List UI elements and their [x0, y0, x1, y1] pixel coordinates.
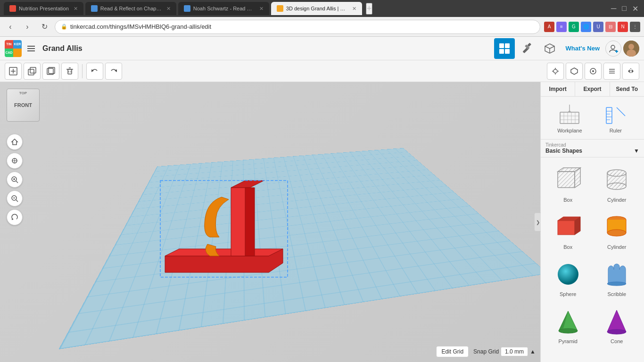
ortho-icon: [589, 67, 597, 75]
grid-view-button[interactable]: [494, 38, 515, 59]
workplane-icon: [558, 102, 581, 126]
export-button[interactable]: Export: [575, 82, 610, 96]
tab-2-title: Read & Reflect on Chapters 15-1: [100, 6, 162, 11]
new-icon: [9, 67, 17, 75]
svg-rect-75: [606, 107, 612, 123]
perspective-icon: [570, 67, 578, 75]
snap-grid-value[interactable]: 1.0 mm: [501, 347, 528, 356]
sphere-icon: [553, 259, 583, 289]
rotate-view-button[interactable]: [7, 209, 23, 225]
new-button[interactable]: [5, 63, 22, 80]
mirror-button[interactable]: [622, 63, 639, 80]
svg-marker-64: [245, 188, 255, 256]
fit-view-button[interactable]: [7, 153, 23, 169]
ext-5[interactable]: N: [618, 22, 628, 32]
svg-point-41: [592, 70, 594, 72]
delete-button[interactable]: [61, 63, 78, 80]
menu-icon-button[interactable]: [25, 42, 38, 55]
ext-3[interactable]: U: [593, 22, 603, 32]
reload-button[interactable]: ↻: [38, 20, 51, 33]
svg-marker-39: [571, 68, 578, 74]
pyramid-label: Pyramid: [559, 338, 578, 344]
send-to-button[interactable]: Send To: [610, 82, 644, 96]
svg-rect-23: [28, 69, 34, 75]
tab-3-close[interactable]: ✕: [259, 6, 264, 12]
align-button[interactable]: [603, 63, 620, 80]
build-button[interactable]: [517, 38, 537, 59]
add-user-button[interactable]: [605, 41, 621, 57]
shape-cone[interactable]: Cone: [594, 303, 641, 348]
forward-button[interactable]: ›: [21, 20, 34, 33]
canvas-area[interactable]: TOP FRONT: [0, 82, 540, 362]
tab-1[interactable]: Nutrition Presentation ✕: [4, 2, 83, 15]
perspective-button[interactable]: [566, 63, 583, 80]
browser-extensions: A ≡ G 🌐 U ⊟ N ⋮: [544, 22, 640, 32]
shape-dropdown[interactable]: Basic Shapes ▼: [545, 148, 639, 154]
svg-marker-59: [12, 218, 14, 220]
tab-2[interactable]: Read & Reflect on Chapters 15-1 ✕: [85, 2, 176, 15]
new-tab-button[interactable]: +: [366, 3, 373, 15]
ext-abp[interactable]: A: [544, 22, 554, 32]
tab-2-favicon: [91, 5, 98, 12]
box-solid-label: Box: [563, 244, 572, 250]
whats-new-button[interactable]: What's New: [562, 43, 603, 54]
workplane-label: Workplane: [557, 128, 582, 133]
tab-4[interactable]: 3D design Grand Allis | Tinkerca... ✕: [271, 2, 362, 15]
snap-grid-label: Snap Grid: [473, 348, 499, 355]
maximize-button[interactable]: □: [622, 4, 627, 13]
tab-3-favicon: [184, 5, 190, 12]
ext-4[interactable]: ⊟: [605, 22, 616, 32]
cylinder-solid-icon: [602, 212, 632, 242]
hammer-icon: [521, 42, 533, 55]
grid-view-icon: [498, 42, 511, 55]
zoom-out-button[interactable]: [7, 190, 23, 206]
svg-line-11: [545, 46, 550, 49]
ext-1[interactable]: ≡: [556, 22, 567, 32]
view-cube[interactable]: TOP FRONT: [7, 89, 44, 126]
ext-g[interactable]: G: [569, 22, 579, 32]
cube-face-front[interactable]: TOP FRONT: [7, 89, 40, 122]
snap-dropdown-icon[interactable]: ▲: [530, 348, 536, 355]
shape-scribble[interactable]: Scribble: [594, 255, 641, 301]
edit-grid-button[interactable]: Edit Grid: [436, 346, 469, 357]
shape-cylinder-solid[interactable]: Cylinder: [594, 208, 641, 254]
undo-button[interactable]: [86, 63, 103, 80]
workplane-tool[interactable]: Workplane: [557, 102, 582, 133]
minimize-button[interactable]: ─: [611, 4, 616, 13]
close-button[interactable]: ✕: [632, 4, 638, 13]
user-avatar[interactable]: [623, 41, 639, 57]
ext-2[interactable]: 🌐: [581, 22, 591, 32]
shape-sphere[interactable]: Sphere: [545, 255, 592, 301]
back-button[interactable]: ‹: [4, 20, 17, 33]
home-view-button[interactable]: [7, 134, 23, 150]
shape-box-solid[interactable]: Box: [545, 208, 592, 254]
import-button[interactable]: Import: [541, 82, 575, 96]
ext-menu[interactable]: ⋮: [630, 22, 640, 32]
light-button[interactable]: [547, 63, 564, 80]
svg-rect-82: [558, 172, 575, 188]
tab-4-close[interactable]: ✕: [352, 6, 356, 12]
tab-3[interactable]: Noah Schwartz - Read & Reflect... ✕: [178, 2, 269, 15]
redo-button[interactable]: [105, 63, 122, 80]
copy-stamp-button[interactable]: [24, 63, 41, 80]
tab-2-close[interactable]: ✕: [166, 6, 171, 12]
zoom-in-button[interactable]: [7, 172, 23, 188]
cube-front-label: FRONT: [14, 102, 32, 108]
panel-collapse-button[interactable]: ❯: [534, 213, 541, 231]
url-bar[interactable]: 🔒 tinkercad.com/things/lMSvHMHBlQ6-grand…: [55, 20, 540, 34]
shape-pyramid[interactable]: Pyramid: [545, 303, 592, 348]
shape-box-hole[interactable]: Box: [545, 161, 592, 206]
ortho-button[interactable]: [585, 63, 602, 80]
ruler-tool[interactable]: Ruler: [604, 102, 627, 133]
duplicate-button[interactable]: [42, 63, 59, 80]
svg-rect-66: [560, 112, 579, 123]
hamburger-icon: [26, 44, 36, 53]
url-text: tinkercad.com/things/lMSvHMHBlQ6-grand-a…: [70, 23, 211, 30]
cube-top-label: TOP: [19, 91, 27, 95]
tinkercad-logo[interactable]: TIN KER CAD: [5, 40, 22, 57]
bottom-status: Edit Grid Snap Grid 1.0 mm ▲: [436, 346, 536, 357]
tab-1-close[interactable]: ✕: [74, 6, 78, 12]
shape-cylinder-hole[interactable]: Cylinder: [594, 161, 641, 206]
shapes-button[interactable]: [539, 38, 560, 59]
canvas-background: TOP FRONT: [0, 82, 540, 362]
